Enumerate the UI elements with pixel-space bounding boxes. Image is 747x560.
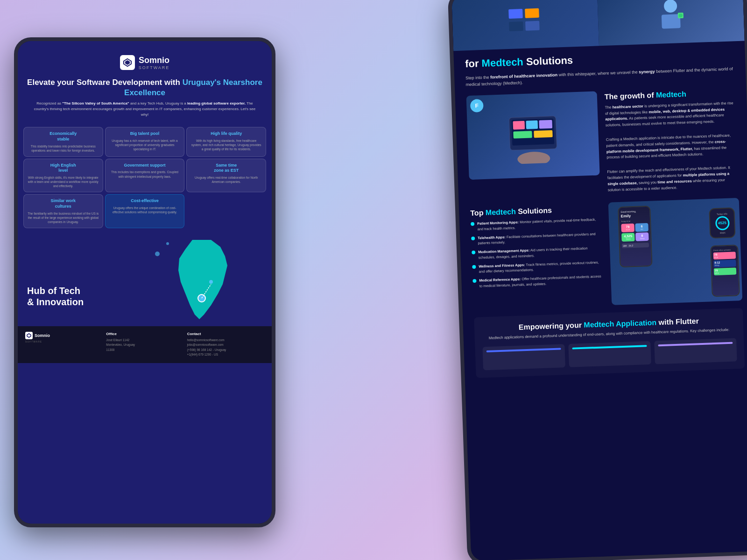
feature-title-1: Economicallystable xyxy=(28,131,99,142)
tablet-left: Somnio SOFTWARE Elevate your Software De… xyxy=(14,37,275,527)
feature-timezone: Same timezone as EST Uruguay offers real… xyxy=(186,159,266,193)
feature-title-4: High Englishlevel xyxy=(28,163,99,174)
feature-title-3: High life quality xyxy=(190,131,262,137)
svg-rect-8 xyxy=(509,21,523,31)
feature-title-5: Government support xyxy=(109,163,181,168)
svg-rect-9 xyxy=(525,21,540,31)
south-america-map xyxy=(160,238,244,322)
phone-extra-stat: 189 · 24.2 xyxy=(622,243,649,248)
stat-activity-label: Act xyxy=(637,228,647,231)
growth-body-2: Crafting a Medtech application is intric… xyxy=(606,133,738,161)
growth-section: F The g xyxy=(466,86,739,200)
feature-cost-effective: Cost-effective Uruguay offers the unique… xyxy=(105,194,185,228)
top-image-right xyxy=(597,0,745,46)
medtech-item-3: Medication Management Apps: Aid users in… xyxy=(472,245,603,260)
top-medtech-section: Top Medtech Solutions Patient Monitoring… xyxy=(470,198,742,310)
svg-rect-19 xyxy=(513,131,532,138)
phone-stats: 78 kCal 6 Act 4,525 Step xyxy=(621,223,648,242)
empower-card-bar-1 xyxy=(486,348,561,353)
hub-text: Hub of Tech& Innovation xyxy=(27,285,84,308)
growth-body-1: The healthcare sector is undergoing a si… xyxy=(605,100,736,129)
phone-main: Good morning, Emily Today kCal 78 kCal xyxy=(618,206,652,267)
empower-card-3 xyxy=(654,338,737,364)
svg-rect-17 xyxy=(526,120,538,129)
stat-kcal-label: kCal xyxy=(623,228,633,231)
feature-title-8: Cost-effective xyxy=(109,198,181,204)
svg-marker-5 xyxy=(27,334,31,337)
phone-group: Good morning, Emily Today kCal 78 kCal xyxy=(608,198,743,305)
stat-sleep-label: Sleep xyxy=(637,237,647,240)
left-main-title: Elevate your Software Development with U… xyxy=(27,77,262,98)
stat-steps-label: Steps xyxy=(623,238,633,240)
feature-english: High Englishlevel With strong English sk… xyxy=(23,159,103,193)
feature-economically-stable: Economicallystable This stability transl… xyxy=(23,127,103,157)
feature-text-3: With its high living standards, free hea… xyxy=(190,139,262,151)
feature-text-8: Uruguay offers the unique combination of… xyxy=(109,206,181,214)
stat-sleep: 8 Sleep xyxy=(635,232,649,241)
feature-government-support: Government support This includes tax exe… xyxy=(105,159,185,193)
features-grid: Economicallystable This stability transl… xyxy=(18,122,272,233)
right-intro: Step into the forefront of healthcare in… xyxy=(465,65,735,88)
second-phone-label: Check other activities xyxy=(713,249,735,252)
second-stat-1-label: kCal xyxy=(714,256,735,259)
watch-value: 4525 xyxy=(718,221,726,225)
left-footer: Somnio SOFTWARE Office José Ellauri 1142… xyxy=(18,326,272,363)
empower-card-2 xyxy=(568,341,651,367)
svg-rect-6 xyxy=(508,9,523,19)
phone-second-screen: Check other activities 78 kCal 8:12 Slee… xyxy=(711,246,739,296)
footer-contact-details: hello@somniosoftware.com jobs@somniosoft… xyxy=(187,338,264,357)
svg-point-10 xyxy=(664,0,677,13)
stat-steps: 4,525 Steps xyxy=(621,233,635,242)
growth-title: The growth of Medtech xyxy=(605,88,735,101)
phone-extra-val: 189 · 24.2 xyxy=(623,244,648,247)
top-image-left xyxy=(451,0,599,51)
second-stat-3-label: BPM xyxy=(715,272,735,275)
feature-text-5: This includes tax exemptions and grants.… xyxy=(109,170,181,178)
bullet-2 xyxy=(471,237,475,240)
medtech-item-4: Wellness and Fitness Apps: Track fitness… xyxy=(472,259,603,274)
watch-circle: 4525 xyxy=(715,216,729,231)
feature-text-2: Uruguay has a rich reservoir of tech tal… xyxy=(109,139,181,151)
medtech-text-2: Telehealth Apps: Facilitate consultation… xyxy=(478,231,602,246)
svg-rect-16 xyxy=(513,121,525,130)
svg-rect-18 xyxy=(539,120,552,129)
medtech-list-title: Top Medtech Solutions xyxy=(470,205,601,218)
footer-brand-sub: SOFTWARE xyxy=(25,340,102,343)
somnio-name: Somnio xyxy=(139,56,170,65)
empower-card-bar-3 xyxy=(658,342,733,347)
feature-text-4: With strong English skills, it's more li… xyxy=(28,175,99,188)
phone-screen: Good morning, Emily Today kCal 78 kCal xyxy=(619,207,651,266)
feature-life-quality: High life quality With its high living s… xyxy=(186,127,266,157)
watch-widget: Today info 4525 steps xyxy=(709,208,735,239)
bullet-3 xyxy=(472,251,475,254)
footer-office-address: José Ellauri 1142Montevideo, Uruguay1130… xyxy=(106,338,183,352)
map-section: Hub of Tech& Innovation xyxy=(18,233,272,326)
svg-rect-11 xyxy=(662,14,681,28)
bullet-4 xyxy=(472,265,476,269)
feature-text-1: This stability translates into predictab… xyxy=(28,144,99,153)
right-content: for Medtech Solutions Step into the fore… xyxy=(453,41,747,391)
svg-rect-7 xyxy=(525,8,539,18)
bullet-1 xyxy=(471,222,474,226)
svg-point-4 xyxy=(209,280,213,284)
tablet-right: for Medtech Solutions Step into the fore… xyxy=(448,0,747,560)
stat-kcal: 78 kCal xyxy=(621,224,634,232)
left-subtitle: Recognized as "The Silicon Valley of Sou… xyxy=(27,101,262,118)
feature-title-2: Big talent pool xyxy=(109,131,181,137)
footer-logo-row: Somnio xyxy=(25,332,102,339)
left-tablet-logo: Somnio SOFTWARE xyxy=(27,55,262,70)
growth-body-3: Flutter can amplify the reach and effect… xyxy=(607,165,739,193)
footer-contact-title: Contact xyxy=(187,332,264,336)
medtech-text-3: Medication Management Apps: Aid users in… xyxy=(478,245,603,260)
feature-work-cultures: Similar workcultures The familiarity wit… xyxy=(23,194,103,228)
medtech-item-5: Medical Reference Apps: Offer healthcare… xyxy=(472,274,604,289)
medtech-text-1: Patient Monitoring Apps: Monitor patient… xyxy=(477,217,602,232)
phone-greeting: Good morning, xyxy=(620,210,648,213)
feature-talent-pool: Big talent pool Uruguay has a rich reser… xyxy=(105,127,185,157)
stat-activity: 6 Act xyxy=(635,223,648,232)
second-stat-2: 8:12 Sleep xyxy=(713,260,736,268)
second-stat-1: 78 kCal xyxy=(713,252,736,260)
feature-empty xyxy=(186,194,266,228)
empower-card-bar-2 xyxy=(572,345,647,350)
empower-cards xyxy=(482,338,737,371)
